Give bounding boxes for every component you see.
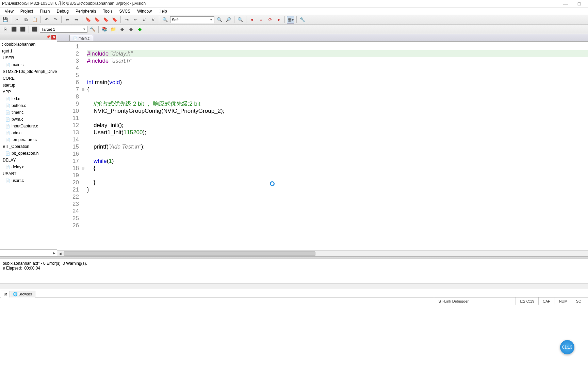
tree-label: CORE bbox=[3, 76, 15, 81]
group-item[interactable]: DELAY bbox=[0, 157, 57, 164]
group-item[interactable]: rget 1 bbox=[0, 48, 57, 55]
menu-peripherals[interactable]: Peripherals bbox=[72, 8, 100, 14]
menu-svcs[interactable]: SVCS bbox=[116, 8, 134, 14]
tab-build-output[interactable]: ut bbox=[1, 291, 10, 297]
group-item[interactable]: startup bbox=[0, 82, 57, 89]
file-icon: 📄 bbox=[5, 103, 10, 108]
scroll-left-icon[interactable]: ◀ bbox=[57, 252, 63, 256]
tab-browser[interactable]: 🌐 Browser bbox=[10, 291, 35, 297]
find-icon[interactable]: 🔍 bbox=[161, 16, 169, 24]
bookmark-prev-icon[interactable]: 🔖 bbox=[93, 16, 101, 24]
menu-tools[interactable]: Tools bbox=[100, 8, 116, 14]
breakpoint-disable-icon[interactable]: ○ bbox=[257, 16, 265, 24]
uncomment-icon[interactable]: // bbox=[149, 16, 157, 24]
window-maximize[interactable]: □ bbox=[572, 1, 586, 6]
target-combo[interactable]: Target 1 ▼ bbox=[40, 26, 87, 33]
file-item[interactable]: 📄delay.c bbox=[0, 164, 57, 170]
tree-label: usart.c bbox=[12, 178, 24, 183]
manage-env-icon[interactable]: ◆ bbox=[127, 26, 135, 33]
group-item[interactable]: STM32F10x_StdPeriph_Driver bbox=[0, 68, 57, 75]
options-icon[interactable]: 🔨 bbox=[89, 26, 96, 33]
copy-icon[interactable]: ⧉ bbox=[22, 16, 30, 24]
group-item[interactable]: APP bbox=[0, 89, 57, 95]
file-item[interactable]: 📄pwm.c bbox=[0, 116, 57, 123]
code-text[interactable]: #include "delay.h"#include "usart.h"int … bbox=[85, 42, 588, 250]
manage-books-icon[interactable]: 📚 bbox=[101, 26, 108, 33]
file-item[interactable]: 📄main.c bbox=[0, 61, 57, 68]
tab-label: main.c bbox=[79, 36, 89, 40]
breakpoint-all-icon[interactable]: ● bbox=[275, 16, 282, 24]
comment-icon[interactable]: // bbox=[141, 16, 148, 24]
scroll-thumb[interactable] bbox=[64, 251, 315, 256]
menu-window[interactable]: Window bbox=[134, 8, 155, 14]
close-icon[interactable]: ✕ bbox=[51, 35, 56, 40]
indent-icon[interactable]: ⇥ bbox=[123, 16, 130, 24]
fold-column[interactable]: ⊟⊟ bbox=[81, 42, 85, 250]
status-caps: CAP bbox=[538, 297, 555, 305]
build-icon[interactable]: ⬛ bbox=[10, 26, 18, 33]
file-icon: 📄 bbox=[73, 36, 77, 40]
tree-label: DELAY bbox=[3, 158, 16, 163]
incremental-find-icon[interactable]: 🔎 bbox=[225, 16, 232, 24]
save-icon[interactable]: 💾 bbox=[1, 16, 9, 24]
editor-tabbar: 📄 main.c bbox=[57, 34, 588, 42]
debug-icon[interactable]: 🔍 bbox=[236, 16, 244, 24]
file-item[interactable]: 📄usart.c bbox=[0, 177, 57, 184]
code-area[interactable]: 1234567891011121314151617181920212223242… bbox=[57, 42, 588, 250]
file-item[interactable]: 📄led.c bbox=[0, 95, 57, 102]
group-item[interactable]: : doubixiaohanhan bbox=[0, 41, 57, 48]
file-icon: 📄 bbox=[5, 131, 10, 135]
menu-view[interactable]: View bbox=[1, 8, 17, 14]
status-scroll: SC bbox=[572, 297, 585, 305]
tree-label: pwm.c bbox=[12, 117, 23, 122]
breakpoint-icon[interactable]: ● bbox=[248, 16, 256, 24]
breakpoint-kill-icon[interactable]: ⊘ bbox=[266, 16, 274, 24]
window-layout-icon[interactable]: ▦▾ bbox=[287, 16, 294, 24]
find-combo[interactable]: Soft ▼ bbox=[170, 16, 214, 23]
window-minimize[interactable]: — bbox=[559, 1, 572, 6]
manage-pack-icon[interactable]: ◆ bbox=[136, 26, 144, 33]
manage-rtos-icon[interactable]: ◆ bbox=[118, 26, 126, 33]
file-item[interactable]: 📄button.c bbox=[0, 102, 57, 109]
cut-icon[interactable]: ✂ bbox=[13, 16, 21, 24]
paste-icon[interactable]: 📋 bbox=[31, 16, 38, 24]
scroll-right-icon[interactable]: ▶ bbox=[53, 251, 55, 255]
nav-back-icon[interactable]: ⬅ bbox=[64, 16, 71, 24]
group-item[interactable]: BIT_Operation bbox=[0, 143, 57, 150]
configure-icon[interactable]: 🔧 bbox=[299, 16, 306, 24]
redo-icon[interactable]: ↷ bbox=[52, 16, 59, 24]
menu-project[interactable]: Project bbox=[17, 8, 36, 14]
menu-debug[interactable]: Debug bbox=[53, 8, 72, 14]
project-tree[interactable]: : doubixiaohanhanrget 1USER📄main.cSTM32F… bbox=[0, 40, 57, 249]
menu-flash[interactable]: Flash bbox=[36, 8, 53, 14]
tree-label: STM32F10x_StdPeriph_Driver bbox=[3, 69, 57, 74]
tree-label: inputCapture.c bbox=[12, 124, 38, 128]
editor-area: 📄 main.c 1234567891011121314151617181920… bbox=[57, 34, 588, 256]
group-item[interactable]: USART bbox=[0, 170, 57, 177]
bookmark-icon[interactable]: 🔖 bbox=[84, 16, 92, 24]
build-output-text[interactable]: oubixiaohanhan.axf" - 0 Error(s), 0 Warn… bbox=[0, 259, 588, 283]
manage-files-icon[interactable]: 📁 bbox=[110, 26, 117, 33]
bookmark-next-icon[interactable]: 🔖 bbox=[102, 16, 110, 24]
translate-icon[interactable]: ⎘ bbox=[1, 26, 9, 33]
editor-hscroll[interactable]: ◀ bbox=[57, 250, 588, 256]
file-item[interactable]: 📄temperature.c bbox=[0, 136, 57, 143]
group-item[interactable]: USER bbox=[0, 55, 57, 61]
file-item[interactable]: 📄adc.c bbox=[0, 129, 57, 136]
findinfiles-icon[interactable]: 🔍 bbox=[216, 16, 223, 24]
outdent-icon[interactable]: ⇤ bbox=[132, 16, 139, 24]
file-icon: 📄 bbox=[5, 96, 10, 101]
batch-build-icon[interactable]: ⬛ bbox=[31, 26, 38, 33]
file-item[interactable]: 📄inputCapture.c bbox=[0, 123, 57, 129]
bookmark-clear-icon[interactable]: 🔖 bbox=[111, 16, 118, 24]
output-tabs: ut 🌐 Browser bbox=[0, 289, 588, 297]
pin-icon[interactable]: 📌 bbox=[46, 35, 51, 40]
nav-fwd-icon[interactable]: ➡ bbox=[72, 16, 80, 24]
group-item[interactable]: CORE bbox=[0, 75, 57, 82]
rebuild-icon[interactable]: ⬛ bbox=[19, 26, 27, 33]
file-item[interactable]: 📄timer.c bbox=[0, 109, 57, 116]
menu-help[interactable]: Help bbox=[155, 8, 170, 14]
file-tab-main[interactable]: 📄 main.c bbox=[69, 35, 93, 41]
undo-icon[interactable]: ↶ bbox=[43, 16, 50, 24]
file-item[interactable]: 📄bit_operation.h bbox=[0, 150, 57, 157]
